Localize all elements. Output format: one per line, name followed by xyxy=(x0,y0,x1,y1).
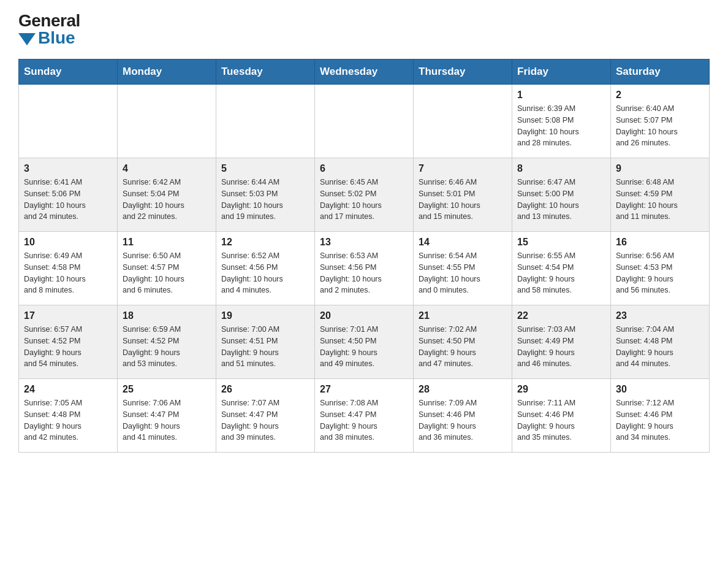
day-number: 27 xyxy=(320,384,408,395)
calendar-cell: 23Sunrise: 7:04 AMSunset: 4:48 PMDayligh… xyxy=(611,305,710,379)
calendar-cell: 6Sunrise: 6:45 AMSunset: 5:02 PMDaylight… xyxy=(315,158,414,232)
calendar-cell: 18Sunrise: 6:59 AMSunset: 4:52 PMDayligh… xyxy=(118,305,216,379)
day-info: Sunrise: 6:53 AMSunset: 4:56 PMDaylight:… xyxy=(320,250,408,296)
calendar-cell: 17Sunrise: 6:57 AMSunset: 4:52 PMDayligh… xyxy=(19,305,118,379)
day-number: 11 xyxy=(123,237,211,248)
day-info: Sunrise: 6:55 AMSunset: 4:54 PMDaylight:… xyxy=(517,250,605,296)
day-number: 28 xyxy=(419,384,507,395)
calendar-cell xyxy=(19,85,118,158)
day-info: Sunrise: 6:52 AMSunset: 4:56 PMDaylight:… xyxy=(221,250,309,296)
day-info: Sunrise: 6:46 AMSunset: 5:01 PMDaylight:… xyxy=(419,177,507,223)
calendar-cell: 10Sunrise: 6:49 AMSunset: 4:58 PMDayligh… xyxy=(19,232,118,305)
calendar-cell: 9Sunrise: 6:48 AMSunset: 4:59 PMDaylight… xyxy=(611,158,710,232)
day-info: Sunrise: 6:42 AMSunset: 5:04 PMDaylight:… xyxy=(123,177,211,223)
day-info: Sunrise: 7:03 AMSunset: 4:49 PMDaylight:… xyxy=(517,324,605,370)
day-number: 8 xyxy=(517,163,605,174)
calendar-cell: 22Sunrise: 7:03 AMSunset: 4:49 PMDayligh… xyxy=(512,305,611,379)
calendar-cell xyxy=(216,85,315,158)
weekday-header-saturday: Saturday xyxy=(611,59,710,85)
calendar-cell: 14Sunrise: 6:54 AMSunset: 4:55 PMDayligh… xyxy=(414,232,512,305)
calendar-cell: 2Sunrise: 6:40 AMSunset: 5:07 PMDaylight… xyxy=(611,85,710,158)
calendar-cell: 7Sunrise: 6:46 AMSunset: 5:01 PMDaylight… xyxy=(414,158,512,232)
day-number: 3 xyxy=(24,163,112,174)
day-number: 15 xyxy=(517,237,605,248)
logo-general-text: General xyxy=(18,12,80,29)
calendar-cell: 15Sunrise: 6:55 AMSunset: 4:54 PMDayligh… xyxy=(512,232,611,305)
weekday-header-wednesday: Wednesday xyxy=(315,59,414,85)
page-header: General Blue xyxy=(18,12,710,47)
day-number: 25 xyxy=(123,384,211,395)
day-info: Sunrise: 6:49 AMSunset: 4:58 PMDaylight:… xyxy=(24,250,112,296)
calendar-cell xyxy=(118,85,216,158)
calendar-cell: 4Sunrise: 6:42 AMSunset: 5:04 PMDaylight… xyxy=(118,158,216,232)
logo-triangle-icon xyxy=(18,33,36,45)
calendar-cell: 8Sunrise: 6:47 AMSunset: 5:00 PMDaylight… xyxy=(512,158,611,232)
day-number: 20 xyxy=(320,310,408,321)
day-number: 24 xyxy=(24,384,112,395)
day-info: Sunrise: 7:08 AMSunset: 4:47 PMDaylight:… xyxy=(320,397,408,443)
day-info: Sunrise: 6:50 AMSunset: 4:57 PMDaylight:… xyxy=(123,250,211,296)
day-info: Sunrise: 7:11 AMSunset: 4:46 PMDaylight:… xyxy=(517,397,605,443)
day-number: 19 xyxy=(221,310,309,321)
calendar-cell xyxy=(315,85,414,158)
day-info: Sunrise: 7:02 AMSunset: 4:50 PMDaylight:… xyxy=(419,324,507,370)
day-number: 17 xyxy=(24,310,112,321)
calendar-cell: 30Sunrise: 7:12 AMSunset: 4:46 PMDayligh… xyxy=(611,379,710,453)
calendar-cell: 19Sunrise: 7:00 AMSunset: 4:51 PMDayligh… xyxy=(216,305,315,379)
calendar-cell xyxy=(414,85,512,158)
day-number: 22 xyxy=(517,310,605,321)
day-number: 12 xyxy=(221,237,309,248)
calendar-cell: 21Sunrise: 7:02 AMSunset: 4:50 PMDayligh… xyxy=(414,305,512,379)
day-info: Sunrise: 6:56 AMSunset: 4:53 PMDaylight:… xyxy=(616,250,704,296)
day-info: Sunrise: 7:00 AMSunset: 4:51 PMDaylight:… xyxy=(221,324,309,370)
calendar-cell: 29Sunrise: 7:11 AMSunset: 4:46 PMDayligh… xyxy=(512,379,611,453)
day-info: Sunrise: 6:57 AMSunset: 4:52 PMDaylight:… xyxy=(24,324,112,370)
day-info: Sunrise: 7:06 AMSunset: 4:47 PMDaylight:… xyxy=(123,397,211,443)
calendar-table: SundayMondayTuesdayWednesdayThursdayFrid… xyxy=(18,59,710,453)
calendar-cell: 1Sunrise: 6:39 AMSunset: 5:08 PMDaylight… xyxy=(512,85,611,158)
day-number: 30 xyxy=(616,384,704,395)
day-number: 1 xyxy=(517,90,605,101)
weekday-header-thursday: Thursday xyxy=(414,59,512,85)
day-info: Sunrise: 7:12 AMSunset: 4:46 PMDaylight:… xyxy=(616,397,704,443)
calendar-cell: 28Sunrise: 7:09 AMSunset: 4:46 PMDayligh… xyxy=(414,379,512,453)
calendar-cell: 26Sunrise: 7:07 AMSunset: 4:47 PMDayligh… xyxy=(216,379,315,453)
calendar-week-row: 24Sunrise: 7:05 AMSunset: 4:48 PMDayligh… xyxy=(19,379,710,453)
calendar-cell: 3Sunrise: 6:41 AMSunset: 5:06 PMDaylight… xyxy=(19,158,118,232)
day-number: 21 xyxy=(419,310,507,321)
calendar-cell: 16Sunrise: 6:56 AMSunset: 4:53 PMDayligh… xyxy=(611,232,710,305)
calendar-cell: 27Sunrise: 7:08 AMSunset: 4:47 PMDayligh… xyxy=(315,379,414,453)
day-info: Sunrise: 6:40 AMSunset: 5:07 PMDaylight:… xyxy=(616,103,704,149)
day-info: Sunrise: 6:39 AMSunset: 5:08 PMDaylight:… xyxy=(517,103,605,149)
day-info: Sunrise: 6:41 AMSunset: 5:06 PMDaylight:… xyxy=(24,177,112,223)
logo: General Blue xyxy=(18,12,80,47)
calendar-week-row: 1Sunrise: 6:39 AMSunset: 5:08 PMDaylight… xyxy=(19,85,710,158)
day-number: 2 xyxy=(616,90,704,101)
day-number: 6 xyxy=(320,163,408,174)
calendar-cell: 11Sunrise: 6:50 AMSunset: 4:57 PMDayligh… xyxy=(118,232,216,305)
calendar-cell: 20Sunrise: 7:01 AMSunset: 4:50 PMDayligh… xyxy=(315,305,414,379)
day-info: Sunrise: 7:07 AMSunset: 4:47 PMDaylight:… xyxy=(221,397,309,443)
day-info: Sunrise: 7:01 AMSunset: 4:50 PMDaylight:… xyxy=(320,324,408,370)
day-info: Sunrise: 6:45 AMSunset: 5:02 PMDaylight:… xyxy=(320,177,408,223)
day-info: Sunrise: 6:44 AMSunset: 5:03 PMDaylight:… xyxy=(221,177,309,223)
day-number: 4 xyxy=(123,163,211,174)
day-number: 7 xyxy=(419,163,507,174)
calendar-week-row: 17Sunrise: 6:57 AMSunset: 4:52 PMDayligh… xyxy=(19,305,710,379)
weekday-header-sunday: Sunday xyxy=(19,59,118,85)
weekday-header-tuesday: Tuesday xyxy=(216,59,315,85)
day-number: 10 xyxy=(24,237,112,248)
day-info: Sunrise: 6:54 AMSunset: 4:55 PMDaylight:… xyxy=(419,250,507,296)
calendar-cell: 12Sunrise: 6:52 AMSunset: 4:56 PMDayligh… xyxy=(216,232,315,305)
day-info: Sunrise: 6:47 AMSunset: 5:00 PMDaylight:… xyxy=(517,177,605,223)
day-info: Sunrise: 6:48 AMSunset: 4:59 PMDaylight:… xyxy=(616,177,704,223)
day-info: Sunrise: 7:04 AMSunset: 4:48 PMDaylight:… xyxy=(616,324,704,370)
day-info: Sunrise: 7:05 AMSunset: 4:48 PMDaylight:… xyxy=(24,397,112,443)
day-number: 29 xyxy=(517,384,605,395)
weekday-header-friday: Friday xyxy=(512,59,611,85)
calendar-week-row: 3Sunrise: 6:41 AMSunset: 5:06 PMDaylight… xyxy=(19,158,710,232)
day-info: Sunrise: 7:09 AMSunset: 4:46 PMDaylight:… xyxy=(419,397,507,443)
day-number: 23 xyxy=(616,310,704,321)
calendar-cell: 13Sunrise: 6:53 AMSunset: 4:56 PMDayligh… xyxy=(315,232,414,305)
day-number: 18 xyxy=(123,310,211,321)
